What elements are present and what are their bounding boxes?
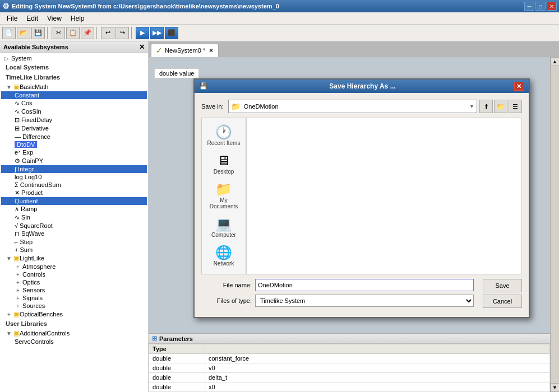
- form-fields: File name: Files of type: Timelike Syste…: [201, 279, 474, 310]
- save-in-label: Save in:: [201, 103, 224, 110]
- file-sidebar: 🕐 Recent Items 🖥 Desktop 📁 My Documents …: [201, 118, 246, 274]
- recent-items-icon: 🕐: [215, 125, 232, 139]
- file-name-label: File name:: [201, 282, 252, 288]
- files-of-type-label: Files of type:: [201, 297, 252, 304]
- computer-label: Computer: [211, 232, 236, 238]
- sidebar-my-documents[interactable]: 📁 My Documents: [204, 180, 243, 212]
- file-main-area[interactable]: [246, 118, 522, 274]
- my-documents-label: My Documents: [206, 197, 242, 209]
- network-icon: 🌐: [215, 246, 232, 259]
- recent-items-label: Recent Items: [207, 140, 241, 146]
- save-nav-btns: ⬆ 📁 ☰: [479, 100, 522, 113]
- combo-arrow: ▼: [469, 104, 474, 109]
- file-name-input[interactable]: [255, 279, 474, 291]
- sidebar-desktop[interactable]: 🖥 Desktop: [204, 151, 243, 178]
- save-dialog: 💾 Save Hierarchy As ... ✕ Save in: 📁 One…: [193, 78, 530, 318]
- desktop-label: Desktop: [214, 169, 234, 175]
- file-form-area: File name: Files of type: Timelike Syste…: [201, 279, 522, 310]
- file-name-row: File name:: [201, 279, 474, 291]
- dialog-buttons: Save Cancel: [483, 279, 522, 310]
- sidebar-network[interactable]: 🌐 Network: [204, 243, 243, 269]
- dialog-body: Save in: 📁 OneDMotion ▼ ⬆ 📁 ☰ 🕐: [195, 93, 529, 317]
- file-browser: 🕐 Recent Items 🖥 Desktop 📁 My Documents …: [201, 118, 522, 274]
- network-label: Network: [214, 260, 234, 267]
- dialog-title-bar: 💾 Save Hierarchy As ... ✕: [195, 80, 529, 93]
- files-of-type-select[interactable]: Timelike System: [255, 295, 474, 307]
- nav-new-folder-btn[interactable]: 📁: [494, 100, 507, 113]
- dialog-close-btn[interactable]: ✕: [514, 82, 524, 91]
- dialog-overlay: 💾 Save Hierarchy As ... ✕ Save in: 📁 One…: [0, 0, 559, 392]
- save-in-combo[interactable]: 📁 OneDMotion ▼: [228, 100, 477, 113]
- sidebar-recent-items[interactable]: 🕐 Recent Items: [204, 123, 243, 149]
- dialog-title-icon: 💾: [199, 82, 207, 90]
- my-documents-icon: 📁: [215, 183, 232, 196]
- sidebar-computer[interactable]: 💻 Computer: [204, 214, 243, 241]
- cancel-button[interactable]: Cancel: [483, 295, 522, 308]
- nav-up-btn[interactable]: ⬆: [479, 100, 493, 113]
- nav-view-btn[interactable]: ☰: [509, 100, 522, 113]
- save-location-row: Save in: 📁 OneDMotion ▼ ⬆ 📁 ☰: [201, 100, 522, 113]
- desktop-icon: 🖥: [217, 154, 230, 167]
- save-button[interactable]: Save: [483, 279, 522, 292]
- folder-icon: 📁: [231, 102, 241, 111]
- save-in-value: OneDMotion: [244, 103, 469, 110]
- computer-icon: 💻: [215, 217, 232, 231]
- dialog-title-text: Save Hierarchy As ...: [329, 82, 395, 90]
- files-of-type-row: Files of type: Timelike System: [201, 295, 474, 307]
